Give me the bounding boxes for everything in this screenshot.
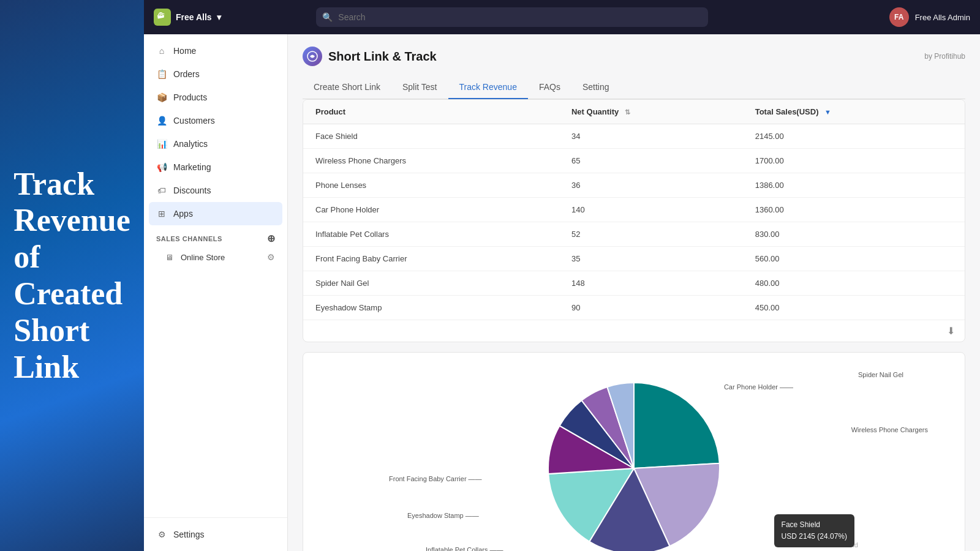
cell-total-sales: 1386.00 [743,173,965,198]
sidebar-item-products[interactable]: 📦 Products [144,86,287,109]
sidebar-item-analytics[interactable]: 📊 Analytics [144,132,287,156]
sidebar-item-marketing[interactable]: 📢 Marketing [144,156,287,179]
online-store-icon: 🖥 [164,252,175,263]
sidebar-item-label: Marketing [173,162,211,172]
shopify-area: Free Alls ▾ 🔍 FA Free Alls Admin ⌂ Home … [144,0,980,551]
main-content: Short Link & Track by Profitihub Create … [288,34,980,551]
pie-segment-face-shield[interactable] [634,383,720,468]
sidebar-item-home[interactable]: ⌂ Home [144,39,287,62]
tab-create-short-link[interactable]: Create Short Link [303,76,391,99]
left-panel: TrackRevenueofCreatedShortLink [0,0,144,551]
pie-chart-svg [511,364,756,551]
sidebar-item-online-store[interactable]: 🖥 Online Store ⚙ [144,247,287,268]
col-product: Product [303,100,559,124]
cell-total-sales: 1700.00 [743,149,965,173]
tabs: Create Short Link Split Test Track Reven… [303,76,965,99]
sidebar-item-discounts[interactable]: 🏷 Discounts [144,179,287,202]
cell-product: Spider Nail Gel [303,271,559,296]
app-body: ⌂ Home 📋 Orders 📦 Products 👤 Customers 📊… [144,34,980,551]
app-icon [303,47,322,66]
orders-icon: 📋 [156,69,167,80]
cell-total-sales: 2145.00 [743,124,965,149]
sidebar-item-label: Products [173,92,207,102]
col-total-sales: Total Sales(USD) ▼ [743,100,965,124]
label-wireless-phone-chargers: Wireless Phone Chargers [851,426,928,433]
online-store-settings-icon[interactable]: ⚙ [267,252,275,262]
store-logo[interactable]: Free Alls ▾ [154,9,221,26]
tab-split-test[interactable]: Split Test [391,76,448,99]
cell-product: Car Phone Holder [303,198,559,222]
table-row: Eyeshadow Stamp 90 450.00 [303,296,965,320]
cell-net-qty: 65 [559,149,743,173]
search-icon: 🔍 [322,12,333,22]
sidebar-item-label: Customers [173,116,215,126]
sidebar-item-apps[interactable]: ⊞ Apps [149,202,282,225]
cell-total-sales: 1360.00 [743,198,965,222]
left-panel-text: TrackRevenueofCreatedShortLink [13,166,130,386]
home-icon: ⌂ [156,45,167,56]
tab-track-revenue[interactable]: Track Revenue [448,76,528,99]
cell-net-qty: 90 [559,296,743,320]
cell-net-qty: 148 [559,271,743,296]
store-dropdown-icon[interactable]: ▾ [217,12,221,22]
download-row: ⬇ [303,320,965,342]
sidebar-item-label: Home [173,46,196,56]
shopify-logo-icon [154,9,171,26]
tab-setting[interactable]: Setting [571,76,620,99]
sidebar-item-label: Apps [173,209,193,219]
sidebar-sub-label: Online Store [181,253,225,262]
admin-name: Free Alls Admin [915,13,970,22]
sidebar-item-label: Settings [173,530,205,539]
products-icon: 📦 [156,92,167,103]
by-label: by Profitihub [924,52,965,61]
label-car-phone-holder: Car Phone Holder —— [724,383,793,391]
revenue-table-card: Product Net Quantity ⇅ Total Sales(USD) … [303,99,965,342]
label-spider-nail-gel: Spider Nail Gel [858,371,903,378]
cell-net-qty: 36 [559,173,743,198]
top-nav: Free Alls ▾ 🔍 FA Free Alls Admin [144,0,980,34]
settings-icon: ⚙ [156,529,167,540]
download-icon[interactable]: ⬇ [947,325,955,337]
table-row: Inflatable Pet Collars 52 830.00 [303,222,965,247]
table-row: Phone Lenses 36 1386.00 [303,173,965,198]
table-header-row: Product Net Quantity ⇅ Total Sales(USD) … [303,100,965,124]
label-front-facing-baby-carrier: Front Facing Baby Carrier —— [389,475,482,482]
label-eyeshadow-stamp: Eyeshadow Stamp —— [407,512,479,519]
sidebar-item-label: Discounts [173,186,211,195]
sales-channels-header: SALES CHANNELS ⊕ [144,225,287,247]
sidebar-item-orders[interactable]: 📋 Orders [144,62,287,86]
cell-net-qty: 52 [559,222,743,247]
add-channel-icon[interactable]: ⊕ [267,233,276,244]
filter-icon[interactable]: ▼ [824,108,831,116]
face-shield-arrow-label: ← Face Shield [814,541,858,549]
cell-total-sales: 480.00 [743,271,965,296]
table-row: Wireless Phone Chargers 65 1700.00 [303,149,965,173]
sidebar-item-label: Orders [173,69,200,79]
table-row: Spider Nail Gel 148 480.00 [303,271,965,296]
sort-icon[interactable]: ⇅ [625,108,630,116]
page-title: Short Link & Track [328,50,437,64]
search-input[interactable] [316,7,708,27]
label-inflatable-pet-collars: Inflatable Pet Collars —— [426,546,503,551]
table-row: Face Shield 34 2145.00 [303,124,965,149]
apps-icon: ⊞ [156,208,167,219]
sidebar-item-customers[interactable]: 👤 Customers [144,109,287,132]
cell-total-sales: 560.00 [743,247,965,271]
sidebar-item-label: Analytics [173,139,208,149]
sidebar-item-settings[interactable]: ⚙ Settings [144,523,287,546]
cell-net-qty: 140 [559,198,743,222]
customers-icon: 👤 [156,115,167,126]
page-header-left: Short Link & Track [303,47,437,66]
tab-faqs[interactable]: FAQs [528,76,571,99]
nav-right: FA Free Alls Admin [889,7,970,27]
revenue-table: Product Net Quantity ⇅ Total Sales(USD) … [303,100,965,320]
marketing-icon: 📢 [156,162,167,173]
cell-net-qty: 34 [559,124,743,149]
cell-product: Wireless Phone Chargers [303,149,559,173]
store-name: Free Alls [176,12,212,22]
cell-net-qty: 35 [559,247,743,271]
search-bar: 🔍 [316,7,708,27]
table-row: Front Facing Baby Carrier 35 560.00 [303,247,965,271]
cell-total-sales: 450.00 [743,296,965,320]
cell-product: Inflatable Pet Collars [303,222,559,247]
